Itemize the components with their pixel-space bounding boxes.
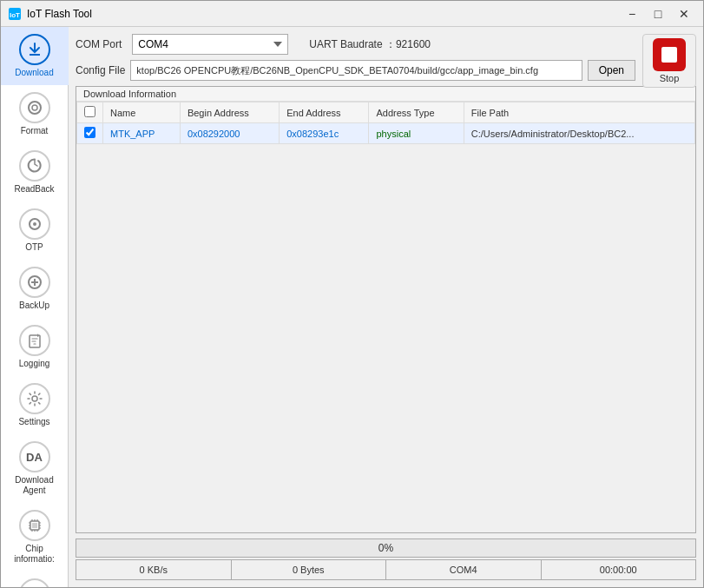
controls-section: COM Port COM1COM2COM3COM4COM5 UART Baudr… [76,34,696,81]
maximize-button[interactable]: □ [646,4,670,23]
select-all-checkbox[interactable] [84,106,95,117]
sidebar-format-label: Format [21,126,49,136]
table-container[interactable]: Name Begin Address End Address Address T… [76,102,695,532]
row-name: MTK_APP [103,123,181,144]
format-icon [26,99,43,116]
stop-button[interactable]: Stop [642,34,696,88]
sidebar-settings-label: Settings [18,417,49,427]
close-button[interactable]: ✕ [672,4,696,23]
about-icon-circle: i [19,578,50,587]
stop-label: Stop [660,73,680,83]
svg-text:IoT: IoT [10,11,20,19]
sidebar-otp-label: OTP [25,242,43,253]
sidebar-item-chip[interactable]: Chipinformatio: [1,503,69,571]
table-header-checkbox[interactable] [77,102,103,123]
config-file-row: Config File Open [76,60,635,81]
main-content: Download Format [1,27,703,587]
sidebar-da-label: DownloadAgent [15,475,53,496]
stop-icon [653,38,686,71]
minimize-button[interactable]: − [620,4,644,23]
status-time: 00:00:00 [542,560,696,579]
window-title: IoT Flash Tool [27,8,620,20]
config-file-input[interactable] [130,60,582,81]
chip-icon [26,517,43,534]
otp-icon [26,215,43,233]
download-info-box: Download Information Name Begin Address … [76,86,696,533]
settings-icon-circle [19,383,50,414]
sidebar-item-format[interactable]: Format [1,85,69,143]
readback-icon-circle [19,150,50,182]
col-path: File Path [464,102,694,123]
top-section: Stop COM Port COM1COM2COM3COM4COM5 UART … [76,34,696,81]
main-window: IoT IoT Flash Tool − □ ✕ Download [0,0,704,588]
open-button[interactable]: Open [588,60,635,81]
logging-icon [26,332,43,349]
download-icon-circle [19,34,50,65]
com-port-row: COM Port COM1COM2COM3COM4COM5 UART Baudr… [76,34,635,55]
sidebar-item-about[interactable]: i About [1,571,69,587]
otp-icon-circle [19,208,50,240]
format-icon-circle [19,92,50,123]
content-area: Stop COM Port COM1COM2COM3COM4COM5 UART … [69,27,703,587]
row-path: C:/Users/Administrator/Desktop/BC2... [464,123,694,144]
row-end: 0x08293e1c [280,123,369,144]
svg-point-4 [32,105,37,110]
col-begin: Begin Address [180,102,279,123]
col-type: Address Type [369,102,464,123]
table-header-row: Name Begin Address End Address Address T… [77,102,695,123]
com-port-label: COM Port [76,38,122,50]
sidebar-readback-label: ReadBack [14,184,54,195]
backup-icon [26,274,43,291]
settings-icon [26,390,43,407]
logging-icon-circle [19,325,50,356]
sidebar: Download Format [1,27,69,587]
app-icon: IoT [8,7,22,21]
row-checkbox-cell[interactable] [77,123,103,144]
sidebar-download-label: Download [15,68,53,78]
sidebar-backup-label: BackUp [19,301,49,311]
sidebar-item-da[interactable]: DA DownloadAgent [1,434,69,503]
config-file-label: Config File [76,64,125,76]
table-row: MTK_APP 0x08292000 0x08293e1c physical C… [77,123,695,144]
progress-label: 0% [378,542,393,554]
svg-point-3 [29,102,41,114]
status-speed: 0 KB/s [76,560,232,579]
sidebar-item-download[interactable]: Download [1,27,69,85]
sidebar-item-readback[interactable]: ReadBack [1,143,69,202]
svg-rect-13 [32,523,37,528]
sidebar-item-backup[interactable]: BackUp [1,260,69,318]
readback-icon [26,157,43,175]
da-icon-circle: DA [19,441,50,472]
uart-baudrate-label: UART Baudrate ：921600 [309,37,431,52]
title-bar: IoT IoT Flash Tool − □ ✕ [1,1,703,27]
sidebar-item-settings[interactable]: Settings [1,376,69,434]
download-icon [26,41,43,58]
status-bar: 0 KB/s 0 Bytes COM4 00:00:00 [76,559,696,580]
chip-icon-circle [19,510,50,541]
sidebar-logging-label: Logging [19,359,50,369]
svg-point-6 [33,222,36,226]
download-table: Name Begin Address End Address Address T… [76,102,695,144]
sidebar-item-otp[interactable]: OTP [1,202,69,260]
status-port: COM4 [386,560,542,579]
col-end: End Address [280,102,369,123]
stop-inner-square [661,47,677,63]
window-controls: − □ ✕ [620,4,696,23]
col-name: Name [103,102,181,123]
com-port-select[interactable]: COM1COM2COM3COM4COM5 [132,34,288,55]
row-begin: 0x08292000 [180,123,279,144]
about-icon: i [26,585,43,587]
row-checkbox[interactable] [84,127,95,138]
svg-point-11 [32,396,37,401]
download-info-title: Download Information [76,87,695,102]
progress-section: 0% 0 KB/s 0 Bytes COM4 00:00:00 [76,538,696,580]
row-type: physical [369,123,464,144]
sidebar-item-logging[interactable]: Logging [1,318,69,376]
sidebar-chip-label: Chipinformatio: [14,544,55,565]
progress-bar-container: 0% [76,538,696,558]
da-icon-text: DA [26,451,43,464]
backup-icon-circle [19,267,50,298]
status-size: 0 Bytes [232,560,387,579]
